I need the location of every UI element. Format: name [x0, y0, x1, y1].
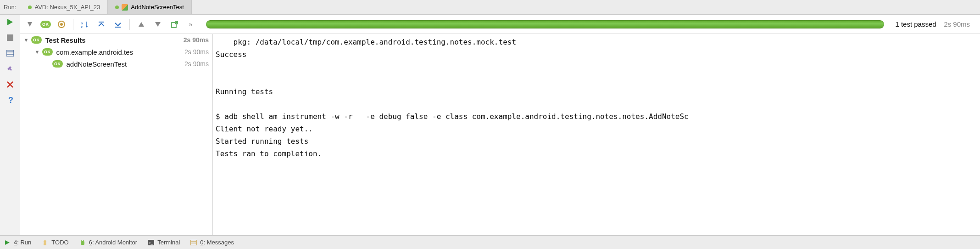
result-count: 1 test passed [895, 20, 936, 28]
close-icon[interactable] [6, 80, 15, 89]
svg-point-26 [83, 240, 84, 241]
run-icon [4, 239, 11, 246]
status-ok-badge[interactable]: OK [40, 21, 51, 28]
toolbar-separator [73, 19, 73, 30]
tree-root-label: Test Results [45, 36, 181, 44]
bottom-todo[interactable]: TODO [41, 239, 68, 246]
result-summary: 1 test passed – 2s 90ms [895, 20, 976, 28]
android-icon [79, 239, 86, 246]
pin-icon[interactable] [6, 64, 15, 74]
tab-addnotescreentest[interactable]: AddNoteScreenTest [108, 0, 192, 14]
tree-package-label: com.example.android.tes [56, 48, 182, 56]
hide-passed-icon[interactable] [56, 18, 67, 30]
bottom-messages-key: 0 [200, 239, 203, 246]
terminal-icon: >_ [147, 239, 155, 246]
chevron-down-icon[interactable] [23, 37, 29, 43]
main-area: ? OK az [0, 15, 980, 235]
chevron-down-icon[interactable] [34, 49, 40, 55]
svg-marker-18 [155, 22, 161, 27]
svg-rect-23 [44, 243, 46, 245]
progress-bar-wrap [206, 20, 885, 28]
help-icon[interactable]: ? [6, 96, 15, 105]
bottom-android-monitor[interactable]: 6: Android Monitor [79, 239, 138, 246]
progress-bar [206, 20, 885, 28]
prev-failed-icon[interactable] [135, 18, 147, 30]
tab-avd-label: AVD: Nexus_5X_API_23 [34, 4, 100, 11]
svg-point-22 [44, 240, 46, 243]
bottom-messages[interactable]: 0: Messages [190, 239, 234, 246]
stop-icon[interactable] [6, 33, 15, 42]
svg-point-10 [60, 23, 63, 26]
result-time: 2s 90ms [944, 20, 970, 28]
svg-text:>_: >_ [149, 241, 153, 245]
svg-marker-14 [85, 26, 88, 28]
status-ok-badge: OK [52, 60, 63, 68]
svg-rect-2 [6, 50, 14, 57]
svg-rect-24 [81, 241, 84, 245]
running-dot-icon [28, 6, 32, 9]
tree-package-row[interactable]: OK com.example.android.tes 2s 90ms [20, 46, 212, 58]
status-ok-badge: OK [31, 36, 42, 44]
messages-icon [190, 239, 197, 246]
bottom-android-key: 6 [89, 239, 92, 246]
tree-root-time: 2s 90ms [181, 36, 209, 44]
toolbar-separator [129, 19, 130, 30]
svg-marker-8 [28, 22, 32, 27]
status-ok-badge: OK [42, 48, 53, 56]
expand-arrow-icon[interactable] [24, 18, 36, 30]
more-actions-icon[interactable]: » [185, 18, 197, 30]
tab-avd[interactable]: AVD: Nexus_5X_API_23 [21, 0, 108, 14]
console-output[interactable]: pkg: /data/local/tmp/com.example.android… [213, 34, 980, 235]
svg-marker-0 [7, 19, 13, 25]
tab-addnote-label: AddNoteScreenTest [131, 4, 184, 11]
todo-icon [41, 239, 49, 246]
svg-text:?: ? [8, 96, 13, 104]
result-dash: – [936, 20, 944, 28]
collapse-all-icon[interactable] [95, 18, 107, 30]
bottom-run-label: : Run [17, 239, 31, 246]
bottom-toolbar: 4: Run TODO 6: Android Monitor >_ Termin… [0, 235, 980, 249]
bottom-terminal[interactable]: >_ Terminal [147, 239, 180, 246]
left-gutter: ? [0, 15, 20, 235]
svg-rect-29 [190, 240, 197, 245]
tree-package-time: 2s 90ms [182, 48, 209, 56]
test-tree[interactable]: OK Test Results 2s 90ms OK com.example.a… [20, 34, 213, 235]
expand-all-icon[interactable] [112, 18, 124, 30]
svg-rect-1 [7, 34, 13, 41]
test-toolbar: OK az » [20, 15, 980, 34]
content-column: OK az » [20, 15, 980, 235]
svg-marker-17 [139, 22, 144, 27]
results-split: OK Test Results 2s 90ms OK com.example.a… [20, 34, 980, 235]
bottom-todo-label: TODO [51, 239, 68, 246]
next-failed-icon[interactable] [152, 18, 164, 30]
sort-alpha-icon[interactable]: az [79, 18, 91, 30]
run-tabbar: Run: AVD: Nexus_5X_API_23 AddNoteScreenT… [0, 0, 980, 15]
bottom-android-label: : Android Monitor [92, 239, 137, 246]
svg-text:z: z [81, 25, 83, 28]
run-label: Run: [0, 0, 21, 14]
bottom-run[interactable]: 4: Run [4, 239, 31, 246]
bottom-terminal-label: Terminal [157, 239, 180, 246]
tree-root-row[interactable]: OK Test Results 2s 90ms [20, 34, 212, 46]
layout-icon[interactable] [6, 49, 15, 58]
run-config-icon [122, 4, 128, 11]
tree-test-row[interactable]: OK addNoteScreenTest 2s 90ms [20, 58, 212, 70]
bottom-messages-label: : Messages [204, 239, 234, 246]
running-dot-icon [115, 6, 119, 9]
svg-marker-21 [5, 240, 10, 245]
run-icon[interactable] [6, 17, 15, 27]
export-results-icon[interactable] [168, 18, 180, 30]
svg-point-25 [81, 240, 82, 241]
tree-test-time: 2s 90ms [182, 60, 209, 68]
tree-test-label: addNoteScreenTest [67, 60, 182, 68]
